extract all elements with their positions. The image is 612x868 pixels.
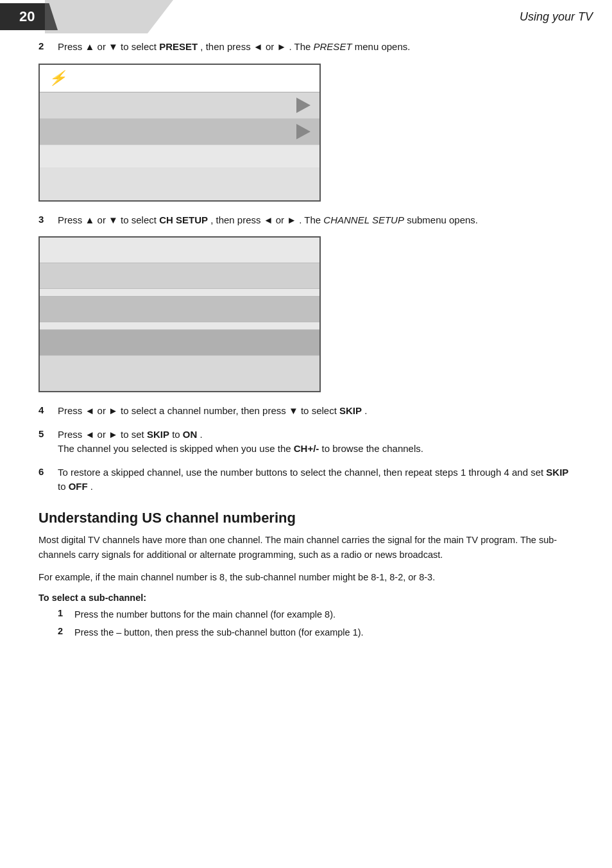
submenu-row-gap: [40, 289, 319, 297]
step5-left-arrow: ◄: [85, 429, 95, 440]
step-5-number: 5: [38, 428, 58, 439]
step5-or: or: [98, 429, 106, 440]
step3-then-press: , then press: [210, 214, 264, 225]
step5-skip-bold: SKIP: [147, 429, 169, 440]
step2-the: . The: [289, 41, 313, 52]
submenu-row-2: [40, 263, 319, 289]
step3-submenu-opens: submenu opens.: [407, 214, 478, 225]
preset-menu-box: ⚡: [38, 64, 321, 202]
preset-row-blank: [40, 145, 319, 168]
submenu-row-4: [40, 330, 319, 356]
section-heading: Understanding US channel numbering: [38, 510, 574, 526]
submenu-row-1: [40, 238, 319, 263]
section-para-2: For example, if the main channel number …: [38, 570, 574, 585]
step-3-number: 3: [38, 213, 58, 225]
step2-preset-bold: PRESET: [159, 41, 198, 52]
sub-step-2-num: 2: [58, 626, 74, 636]
step3-ch-setup-bold: CH SETUP: [159, 214, 208, 225]
step6-text: To restore a skipped channel, use the nu…: [58, 467, 546, 478]
section-para-1: Most digital TV channels have more than …: [38, 533, 574, 562]
step5-sub-text: The channel you selected is skipped when…: [58, 443, 294, 454]
step3-right-arrow: ►: [287, 214, 296, 225]
preset-arrow-right-1: [296, 98, 310, 113]
step-3: 3 Press ▲ or ▼ to select CH SETUP , then…: [38, 213, 574, 228]
step2-press: Press: [58, 41, 82, 52]
header-triangle-decoration: [45, 0, 173, 33]
page-title: Using your TV: [520, 10, 593, 24]
step5-to-set: to set: [121, 429, 147, 440]
step5-press: Press: [58, 429, 85, 440]
step6-to: to: [58, 481, 69, 492]
step-5-text: Press ◄ or ► to set SKIP to ON . The cha…: [58, 428, 574, 456]
sub-step-1: 1 Press the number buttons for the main …: [38, 608, 574, 622]
step4-or: or: [98, 405, 106, 416]
step2-or: or: [98, 41, 109, 52]
step3-up-arrow: ▲: [85, 214, 95, 225]
step2-then-press: , then press: [200, 41, 253, 52]
preset-row-blank-2: [40, 168, 319, 200]
step3-or: or: [98, 214, 109, 225]
sub-step-1-text: Press the number buttons for the main ch…: [74, 608, 336, 622]
step6-skip-bold: SKIP: [546, 467, 568, 478]
step5-period: .: [200, 429, 203, 440]
step-3-text: Press ▲ or ▼ to select CH SETUP , then p…: [58, 213, 574, 228]
step6-period: .: [90, 481, 93, 492]
step5-right-arrow: ►: [108, 429, 118, 440]
preset-arrow-right-2: [296, 124, 310, 139]
step5-ch-bold: CH+/-: [294, 443, 319, 454]
ch-setup-submenu-box: [38, 236, 321, 392]
step2-up-arrow: ▲: [85, 41, 95, 52]
step-5: 5 Press ◄ or ► to set SKIP to ON . The c…: [38, 428, 574, 456]
step4-period: .: [364, 405, 367, 416]
step2-left-arrow: ◄: [253, 41, 263, 52]
step-6: 6 To restore a skipped channel, use the …: [38, 465, 574, 494]
step3-to-select: to select: [121, 214, 159, 225]
step4-down-arrow: ▼: [289, 405, 298, 416]
sub-channel-heading: To select a sub-channel:: [38, 593, 574, 603]
step-4: 4 Press ◄ or ► to select a channel numbe…: [38, 404, 574, 419]
step4-left-arrow: ◄: [85, 405, 95, 416]
steps-4-6: 4 Press ◄ or ► to select a channel numbe…: [38, 404, 574, 494]
sub-step-2-text: Press the – button, then press the sub-c…: [74, 626, 364, 640]
step-4-text: Press ◄ or ► to select a channel number,…: [58, 404, 574, 419]
step5-on-bold: ON: [183, 429, 198, 440]
step6-off-bold: OFF: [69, 481, 88, 492]
preset-icon: ⚡: [49, 70, 65, 87]
step3-left-arrow: ◄: [264, 214, 273, 225]
step-2-number: 2: [38, 40, 58, 51]
step3-the: . The: [299, 214, 323, 225]
step3-or2: or: [276, 214, 284, 225]
step5-to: to: [172, 429, 183, 440]
step2-or2: or: [266, 41, 274, 52]
step2-to-select: to select: [121, 41, 159, 52]
step4-skip-bold: SKIP: [339, 405, 362, 416]
page-header: 20 Using your TV: [0, 0, 612, 33]
step4-right-arrow: ►: [108, 405, 118, 416]
step3-channel-setup-italic: CHANNEL SETUP: [323, 214, 404, 225]
step2-menu-opens: menu opens.: [355, 41, 411, 52]
step3-down-arrow: ▼: [108, 214, 118, 225]
step-2-text: Press ▲ or ▼ to select PRESET , then pre…: [58, 40, 574, 55]
preset-menu-header: ⚡: [40, 65, 319, 92]
main-content: 2 Press ▲ or ▼ to select PRESET , then p…: [0, 40, 612, 640]
submenu-row-gap2: [40, 322, 319, 330]
step3-press: Press: [58, 214, 82, 225]
step-4-number: 4: [38, 404, 58, 415]
preset-row-1: [40, 92, 319, 119]
step2-right-arrow: ►: [276, 41, 286, 52]
step-6-text: To restore a skipped channel, use the nu…: [58, 465, 574, 494]
step4-to-select: to select: [301, 405, 339, 416]
step2-down-arrow: ▼: [108, 41, 118, 52]
submenu-row-blank: [40, 356, 319, 391]
step2-preset-italic: PRESET: [314, 41, 352, 52]
sub-step-2: 2 Press the – button, then press the sub…: [38, 626, 574, 640]
step-6-number: 6: [38, 465, 58, 477]
submenu-row-3: [40, 297, 319, 322]
step4-press: Press: [58, 405, 85, 416]
sub-step-1-num: 1: [58, 608, 74, 618]
preset-row-2: [40, 119, 319, 145]
step5-sub-text2: to browse the channels.: [322, 443, 423, 454]
step-2: 2 Press ▲ or ▼ to select PRESET , then p…: [38, 40, 574, 55]
step4-to-select-channel: to select a channel number, then press: [121, 405, 289, 416]
